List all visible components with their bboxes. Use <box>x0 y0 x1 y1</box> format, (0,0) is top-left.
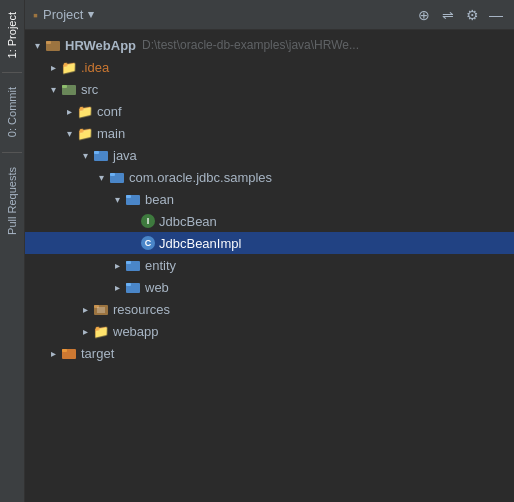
layout-icon[interactable]: ⇌ <box>438 5 458 25</box>
main-panel: ▪ Project ▾ ⊕ ⇌ ⚙ — HRWebApp D:\test\ora… <box>25 0 514 502</box>
target-label: target <box>81 346 114 361</box>
main-label: main <box>97 126 125 141</box>
folder-bean-icon <box>125 191 141 207</box>
hrwebapp-label: HRWebApp <box>65 38 136 53</box>
java-label: java <box>113 148 137 163</box>
class-icon-jdbcbeanimpl: C <box>141 236 155 250</box>
tree-row-resources[interactable]: resources <box>25 298 514 320</box>
folder-src-icon <box>61 81 77 97</box>
tree-row-target[interactable]: target <box>25 342 514 364</box>
svg-rect-1 <box>46 41 51 44</box>
tree-row-main[interactable]: 📁 main <box>25 122 514 144</box>
folder-module-icon <box>45 37 61 53</box>
arrow-java <box>77 147 93 163</box>
entity-label: entity <box>145 258 176 273</box>
folder-java-icon <box>93 147 109 163</box>
folder-main-icon: 📁 <box>77 125 93 141</box>
toolbar: ▪ Project ▾ ⊕ ⇌ ⚙ — <box>25 0 514 30</box>
divider-1 <box>2 72 22 73</box>
svg-rect-13 <box>126 283 131 286</box>
side-tabs-panel: 1: Project 0: Commit Pull Requests <box>0 0 25 502</box>
web-label: web <box>145 280 169 295</box>
minimize-icon[interactable]: — <box>486 5 506 25</box>
tree-row-jdbcbean[interactable]: I JdbcBean <box>25 210 514 232</box>
tree-row-hrwebapp[interactable]: HRWebApp D:\test\oracle-db-examples\java… <box>25 34 514 56</box>
folder-conf-icon: 📁 <box>77 103 93 119</box>
arrow-conf <box>61 103 77 119</box>
folder-web-icon <box>125 279 141 295</box>
jdbcbeanimpl-label: JdbcBeanImpl <box>159 236 241 251</box>
idea-label: .idea <box>81 60 109 75</box>
arrow-hrwebapp <box>29 37 45 53</box>
toolbar-title-area: ▪ Project ▾ <box>33 7 94 23</box>
tree-row-com-oracle[interactable]: com.oracle.jdbc.samples <box>25 166 514 188</box>
arrow-main <box>61 125 77 141</box>
settings-icon[interactable]: ⚙ <box>462 5 482 25</box>
resources-label: resources <box>113 302 170 317</box>
tree-row-conf[interactable]: 📁 conf <box>25 100 514 122</box>
arrow-target <box>45 345 61 361</box>
arrow-idea <box>45 59 61 75</box>
hrwebapp-path: D:\test\oracle-db-examples\java\HRWe... <box>142 38 359 52</box>
tree-row-bean-folder[interactable]: bean <box>25 188 514 210</box>
sidebar-item-project[interactable]: 1: Project <box>2 0 22 70</box>
jdbcbean-label: JdbcBean <box>159 214 217 229</box>
svg-rect-3 <box>62 85 67 88</box>
sidebar-item-commit[interactable]: 0: Commit <box>2 75 22 149</box>
arrow-webapp <box>77 323 93 339</box>
toolbar-dropdown-icon[interactable]: ▾ <box>88 8 94 21</box>
com-oracle-label: com.oracle.jdbc.samples <box>129 170 272 185</box>
add-content-icon[interactable]: ⊕ <box>414 5 434 25</box>
folder-webapp-icon: 📁 <box>93 323 109 339</box>
project-tree[interactable]: HRWebApp D:\test\oracle-db-examples\java… <box>25 30 514 502</box>
tree-row-idea[interactable]: 📁 .idea <box>25 56 514 78</box>
arrow-src <box>45 81 61 97</box>
tree-row-web[interactable]: web <box>25 276 514 298</box>
folder-idea-icon: 📁 <box>61 59 77 75</box>
project-folder-icon: ▪ <box>33 7 38 23</box>
conf-label: conf <box>97 104 122 119</box>
svg-rect-5 <box>94 151 99 154</box>
arrow-com-oracle <box>93 169 109 185</box>
bean-folder-label: bean <box>145 192 174 207</box>
tree-row-jdbcbeanimpl[interactable]: C JdbcBeanImpl <box>25 232 514 254</box>
divider-2 <box>2 152 22 153</box>
tree-row-webapp[interactable]: 📁 webapp <box>25 320 514 342</box>
arrow-web <box>109 279 125 295</box>
arrow-resources <box>77 301 93 317</box>
tree-row-java[interactable]: java <box>25 144 514 166</box>
svg-rect-9 <box>126 195 131 198</box>
folder-entity-icon <box>125 257 141 273</box>
arrow-bean-folder <box>109 191 125 207</box>
sidebar-item-pull-requests[interactable]: Pull Requests <box>2 155 22 247</box>
svg-rect-7 <box>110 173 115 176</box>
tree-row-entity[interactable]: entity <box>25 254 514 276</box>
folder-com-oracle-icon <box>109 169 125 185</box>
webapp-label: webapp <box>113 324 159 339</box>
arrow-entity <box>109 257 125 273</box>
svg-rect-11 <box>126 261 131 264</box>
svg-rect-20 <box>62 349 67 352</box>
toolbar-title-label: Project <box>43 7 83 22</box>
src-label: src <box>81 82 98 97</box>
folder-resources-icon <box>93 301 109 317</box>
folder-target-icon <box>61 345 77 361</box>
tree-row-src[interactable]: src <box>25 78 514 100</box>
interface-icon-jdbcbean: I <box>141 214 155 228</box>
